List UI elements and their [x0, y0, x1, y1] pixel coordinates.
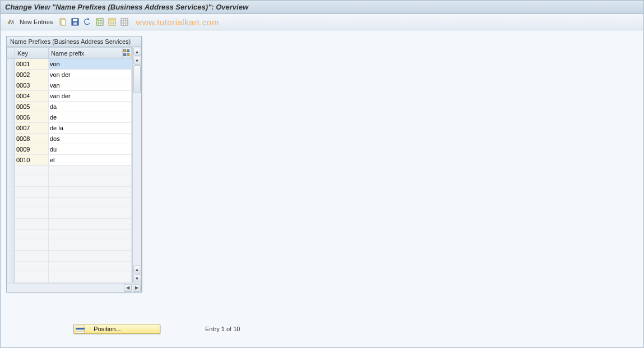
key-field[interactable]: [15, 198, 48, 208]
table-row[interactable]: [7, 187, 132, 198]
key-field[interactable]: [15, 251, 48, 261]
key-field[interactable]: [15, 134, 48, 144]
key-field[interactable]: [15, 59, 48, 69]
name-prefix-field[interactable]: [49, 166, 131, 176]
row-selector[interactable]: [7, 262, 15, 272]
key-field[interactable]: [15, 166, 48, 176]
table-config-button[interactable]: [123, 48, 132, 59]
name-prefix-field[interactable]: [49, 251, 131, 261]
table-row[interactable]: [7, 208, 132, 219]
table-row[interactable]: [7, 123, 132, 134]
table-row[interactable]: [7, 91, 132, 102]
name-prefix-field[interactable]: [49, 80, 131, 90]
row-selector[interactable]: [7, 102, 15, 112]
table-row[interactable]: [7, 102, 132, 112]
name-prefix-field[interactable]: [49, 155, 131, 165]
toggle-view-icon[interactable]: [5, 16, 16, 28]
row-selector[interactable]: [7, 144, 15, 155]
key-field[interactable]: [15, 240, 48, 250]
row-selector[interactable]: [7, 208, 15, 219]
key-field[interactable]: [15, 80, 48, 90]
table-row[interactable]: [7, 176, 132, 187]
name-prefix-field[interactable]: [49, 134, 131, 144]
table-row[interactable]: [7, 80, 132, 91]
row-selector-header[interactable]: [7, 48, 15, 59]
table-row[interactable]: [7, 240, 132, 251]
undo-icon[interactable]: [82, 16, 93, 28]
row-selector[interactable]: [7, 166, 15, 176]
name-prefix-field[interactable]: [49, 240, 131, 250]
scroll-right-icon[interactable]: ▶: [133, 284, 141, 292]
scroll-up-icon[interactable]: ▲: [133, 48, 141, 56]
new-entries-button[interactable]: New Entries: [20, 19, 53, 25]
name-prefix-field[interactable]: [49, 112, 131, 122]
table-row[interactable]: [7, 134, 132, 144]
name-prefix-field[interactable]: [49, 144, 131, 154]
scroll-page-down-icon[interactable]: ▼: [133, 274, 141, 282]
table-row[interactable]: [7, 219, 132, 230]
table-row[interactable]: [7, 251, 132, 262]
row-selector[interactable]: [7, 134, 15, 144]
key-field[interactable]: [15, 219, 48, 229]
row-selector[interactable]: [7, 230, 15, 240]
table-row[interactable]: [7, 112, 132, 123]
row-selector[interactable]: [7, 187, 15, 198]
name-prefix-field[interactable]: [49, 91, 131, 101]
key-field[interactable]: [15, 112, 48, 122]
scroll-left-icon[interactable]: ◀: [124, 284, 132, 292]
scroll-thumb[interactable]: [133, 65, 141, 93]
position-button[interactable]: Position...: [73, 324, 160, 334]
table-row[interactable]: [7, 155, 132, 166]
key-field[interactable]: [15, 262, 48, 272]
key-field[interactable]: [15, 123, 48, 133]
horizontal-scrollbar[interactable]: ◀ ▶: [7, 283, 141, 292]
name-prefix-field[interactable]: [49, 70, 131, 80]
key-field[interactable]: [15, 230, 48, 240]
scroll-page-up-icon[interactable]: ▲: [133, 265, 141, 273]
key-field[interactable]: [15, 272, 48, 282]
table-row[interactable]: [7, 198, 132, 208]
row-selector[interactable]: [7, 240, 15, 251]
name-prefix-field[interactable]: [49, 219, 131, 229]
deselect-all-icon[interactable]: [119, 16, 130, 28]
row-selector[interactable]: [7, 91, 15, 102]
key-field[interactable]: [15, 176, 48, 186]
name-prefix-field[interactable]: [49, 230, 131, 240]
key-field[interactable]: [15, 102, 48, 112]
key-field[interactable]: [15, 208, 48, 218]
row-selector[interactable]: [7, 219, 15, 230]
vertical-scrollbar[interactable]: ▲ ▼ ▲ ▼: [132, 47, 141, 283]
name-prefix-field[interactable]: [49, 123, 131, 133]
row-selector[interactable]: [7, 272, 15, 283]
key-field[interactable]: [15, 144, 48, 154]
name-prefix-field[interactable]: [49, 262, 131, 272]
copy-icon[interactable]: [57, 16, 68, 28]
column-header-key[interactable]: Key: [15, 48, 49, 59]
select-all-icon[interactable]: [94, 16, 105, 28]
name-prefix-field[interactable]: [49, 198, 131, 208]
row-selector[interactable]: [7, 251, 15, 262]
row-selector[interactable]: [7, 59, 15, 70]
select-block-icon[interactable]: [106, 16, 118, 28]
name-prefix-field[interactable]: [49, 187, 131, 197]
row-selector[interactable]: [7, 123, 15, 134]
row-selector[interactable]: [7, 70, 15, 80]
row-selector[interactable]: [7, 112, 15, 123]
row-selector[interactable]: [7, 155, 15, 166]
table-row[interactable]: [7, 144, 132, 155]
table-row[interactable]: [7, 59, 132, 70]
save-icon[interactable]: [70, 16, 81, 28]
table-row[interactable]: [7, 272, 132, 283]
key-field[interactable]: [15, 91, 48, 101]
name-prefix-field[interactable]: [49, 208, 131, 218]
scroll-down-icon[interactable]: ▼: [133, 57, 141, 65]
table-row[interactable]: [7, 262, 132, 272]
table-row[interactable]: [7, 230, 132, 240]
name-prefix-field[interactable]: [49, 176, 131, 186]
column-header-name[interactable]: Name prefix: [49, 48, 123, 59]
name-prefix-field[interactable]: [49, 272, 131, 282]
key-field[interactable]: [15, 155, 48, 165]
key-field[interactable]: [15, 70, 48, 80]
name-prefix-field[interactable]: [49, 59, 131, 69]
row-selector[interactable]: [7, 176, 15, 187]
